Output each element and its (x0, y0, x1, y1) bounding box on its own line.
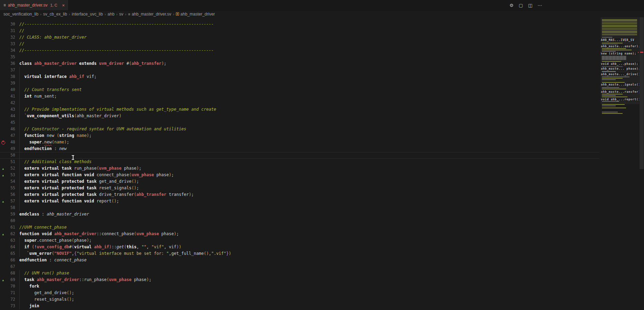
line-number[interactable]: 47 (6, 132, 15, 139)
line-number[interactable]: 38 (6, 73, 15, 80)
line-number[interactable]: 67 (6, 263, 15, 270)
code-line-content[interactable]: function void ahb_master_driver::connect… (19, 231, 599, 237)
code-line-content[interactable] (19, 119, 599, 126)
code-line-content[interactable]: extern virtual task run_phase(uvm_phase … (19, 165, 599, 172)
code-line-content[interactable]: extern virtual protected task reset_sign… (19, 185, 599, 191)
line-number[interactable]: 58 (6, 204, 15, 211)
code-line-content[interactable] (19, 67, 599, 73)
line-number[interactable]: 70 (6, 283, 15, 290)
code-line-content[interactable]: function new (string name); (19, 132, 599, 139)
line-number[interactable]: 71 (6, 290, 15, 296)
line-number[interactable]: 46 (6, 126, 15, 132)
line-number[interactable]: 39 (6, 80, 15, 87)
code-line-content[interactable]: super.connect_phase(phase); (19, 237, 599, 244)
code-line-content[interactable]: extern virtual protected task drive_tran… (19, 191, 599, 198)
line-number[interactable]: 32 (6, 34, 15, 41)
code-line-content[interactable]: fork (19, 283, 599, 290)
layout-icon[interactable]: ▢ (519, 3, 523, 8)
code-line-content[interactable]: endclass : ahb_master_driver (19, 211, 599, 218)
minimap[interactable]: AHB_MAS...IVER_SVahb_maste...ansfer);new… (601, 17, 639, 309)
code-line-content[interactable]: endfunction : new (19, 146, 599, 152)
code-line-content[interactable]: get_and_drive(); (19, 290, 599, 296)
code-line-content[interactable]: //--------------------------------------… (19, 47, 599, 54)
line-number[interactable]: 59 (6, 211, 15, 218)
code-line-content[interactable]: reset_signals(); (19, 296, 599, 303)
line-number[interactable]: 72 (6, 296, 15, 303)
code-line-content[interactable]: //UVM connect_phase (19, 224, 599, 231)
breadcrumb-item-ahb_master_driver[interactable]: ahb_master_driver (176, 12, 215, 17)
line-number[interactable]: 66 (6, 257, 15, 263)
code-line-content[interactable] (19, 152, 599, 159)
line-number[interactable]: 65 (6, 250, 15, 257)
line-number[interactable]: 53 (6, 172, 15, 178)
code-line-content[interactable]: // (19, 28, 599, 34)
breadcrumb-item-sv_cb_ex_lib[interactable]: sv_cb_ex_lib (43, 12, 67, 17)
line-number[interactable]: 64 (6, 244, 15, 250)
breadcrumb-item-soc_verification_lib[interactable]: soc_verification_lib (3, 12, 38, 17)
code-line-content[interactable] (19, 80, 599, 87)
breadcrumb-item-ahb[interactable]: ahb (108, 12, 115, 17)
line-number[interactable]: 54 (6, 178, 15, 185)
line-number[interactable]: 33 (6, 41, 15, 47)
breadcrumb-item-interface_uvc_lib[interactable]: interface_uvc_lib (72, 12, 103, 17)
breadcrumb-item-ahb_master_driver.sv[interactable]: ≡ahb_master_driver.sv (128, 12, 171, 17)
code-line-content[interactable] (19, 263, 599, 270)
line-number[interactable]: 57 (6, 198, 15, 204)
tab-active[interactable]: ≡ ahb_master_driver.sv 1, C × (0, 0, 69, 10)
code-line-content[interactable]: super.new(name); (19, 139, 599, 146)
line-number[interactable]: 31 (6, 28, 15, 34)
code-line-content[interactable] (19, 100, 599, 106)
code-line-content[interactable]: extern virtual function void connect_pha… (19, 172, 599, 178)
line-number[interactable]: 30 (6, 21, 15, 28)
code-line-content[interactable]: // UVM run() phase (19, 270, 599, 277)
line-number[interactable]: 34 (6, 47, 15, 54)
line-number[interactable]: 48 (6, 139, 15, 146)
line-number[interactable]: 49 (6, 146, 15, 152)
code-line-content[interactable]: `uvm_error("NOVIF",{"virtual interface m… (19, 250, 599, 257)
code-line-content[interactable]: task ahb_master_driver::run_phase(uvm_ph… (19, 277, 599, 283)
code-line-content[interactable]: // CLASS: ahb_master_driver (19, 34, 599, 41)
line-number[interactable]: 41 (6, 93, 15, 100)
line-number[interactable]: 56 (6, 191, 15, 198)
line-number[interactable]: 43 (6, 106, 15, 113)
code-line-content[interactable] (19, 218, 599, 224)
line-number[interactable]: 69 (6, 277, 15, 283)
code-line-content[interactable]: // Additional class methods (19, 159, 599, 165)
line-number[interactable]: 37 (6, 67, 15, 73)
code-line-content[interactable]: // Constructor - required syntax for UVM… (19, 126, 599, 132)
code-line-content[interactable]: join (19, 303, 599, 309)
code-line-content[interactable]: extern virtual protected task get_and_dr… (19, 178, 599, 185)
code-line-content[interactable] (19, 204, 599, 211)
code-line-content[interactable]: //--------------------------------------… (19, 21, 599, 28)
code-line-content[interactable]: class ahb_master_driver extends uvm_driv… (19, 60, 599, 67)
line-number[interactable]: 44 (6, 113, 15, 119)
line-number[interactable]: 63 (6, 237, 15, 244)
line-number[interactable]: 52 (6, 165, 15, 172)
code-line-content[interactable]: endfunction : connect_phase (19, 257, 599, 263)
line-number[interactable]: 73 (6, 303, 15, 309)
code-line-content[interactable]: extern virtual function void report(); (19, 198, 599, 204)
tab-close-icon[interactable]: × (62, 3, 65, 8)
line-number[interactable]: 51 (6, 159, 15, 165)
line-number[interactable]: 36 (6, 60, 15, 67)
line-number[interactable]: 35 (6, 54, 15, 60)
line-number[interactable]: 68 (6, 270, 15, 277)
code-line-content[interactable]: // Provide implmentations of virtual met… (19, 106, 599, 113)
split-editor-icon[interactable]: ◫ (528, 3, 532, 8)
line-number[interactable]: 55 (6, 185, 15, 191)
scrollbar-slider[interactable] (640, 17, 644, 169)
code-line-content[interactable]: virtual interface ahb_if vif; (19, 73, 599, 80)
line-number[interactable]: 42 (6, 100, 15, 106)
code-line-content[interactable]: // (19, 41, 599, 47)
line-number[interactable]: 62 (6, 231, 15, 237)
code-line-content[interactable]: int num_sent; (19, 93, 599, 100)
settings-gear-icon[interactable]: ⚙ (509, 3, 514, 8)
code-line-content[interactable]: // Count transfers sent (19, 87, 599, 93)
line-number[interactable]: 50 (6, 152, 15, 159)
code-line-content[interactable]: `uvm_component_utils(ahb_master_driver) (19, 113, 599, 119)
breadcrumb-item-sv[interactable]: sv (119, 12, 123, 17)
line-number[interactable]: 45 (6, 119, 15, 126)
line-number[interactable]: 40 (6, 87, 15, 93)
code-line-content[interactable]: if (!uvm_config_db#(virtual ahb_if)::get… (19, 244, 599, 250)
code-line-content[interactable] (19, 54, 599, 60)
